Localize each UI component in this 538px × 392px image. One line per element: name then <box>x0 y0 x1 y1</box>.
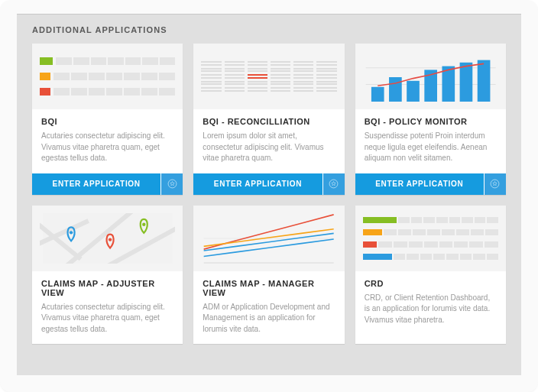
app-card-title: CRD <box>365 279 497 288</box>
app-card-title: CLAIMS MAP - ADJUSTER VIEW <box>41 279 173 297</box>
star-icon <box>490 179 500 189</box>
svg-point-0 <box>168 180 177 188</box>
app-card-thumbnail <box>193 44 344 109</box>
section-title: ADDITIONAL APPLICATIONS <box>32 25 506 34</box>
star-icon <box>167 179 177 189</box>
app-card-description: ADM or Application Development and Manag… <box>203 302 335 335</box>
app-card-claims-adjuster: CLAIMS MAP - ADJUSTER VIEW Acutaries con… <box>32 206 183 345</box>
app-card-description: Acutaries consectetur adipiscing elit. V… <box>41 302 173 335</box>
app-card-action-row: ENTER APPLICATION <box>32 173 183 195</box>
app-card-body: BQI - RECONCILLIATION Lorem ipsum dolor … <box>193 109 344 173</box>
svg-point-13 <box>70 231 73 234</box>
app-card-bqi: BQI Acutaries consectetur adipiscing eli… <box>32 44 183 195</box>
app-card-description: Lorem ipsum dolor sit amet, consectetur … <box>203 131 335 164</box>
svg-point-14 <box>109 238 112 241</box>
enter-application-button[interactable]: ENTER APPLICATION <box>32 173 160 195</box>
enter-application-button[interactable]: ENTER APPLICATION <box>355 173 484 195</box>
favorite-button[interactable] <box>161 173 183 195</box>
enter-application-button[interactable]: ENTER APPLICATION <box>193 173 322 195</box>
star-icon <box>329 179 339 189</box>
app-card-title: BQI - RECONCILLIATION <box>203 117 335 126</box>
divider <box>17 14 521 15</box>
app-card-action-row: ENTER APPLICATION <box>193 173 344 195</box>
favorite-button[interactable] <box>485 173 506 195</box>
app-card-thumbnail <box>32 206 183 271</box>
app-card-body: CRD CRD, or Client Retention Dashboard, … <box>355 271 506 345</box>
app-card-bqi-policy: BQI - POLICY MONITOR Suspendisse potenti… <box>355 44 506 195</box>
app-card-crd: CRD CRD, or Client Retention Dashboard, … <box>355 206 506 345</box>
app-card-description: CRD, or Client Retention Dashboard, is a… <box>365 293 497 326</box>
app-card-grid: BQI Acutaries consectetur adipiscing eli… <box>32 44 506 344</box>
app-card-body: CLAIMS MAP - MANAGER VIEW ADM or Applica… <box>193 271 344 345</box>
app-card-title: CLAIMS MAP - MANAGER VIEW <box>203 279 335 297</box>
svg-rect-10 <box>477 60 490 102</box>
svg-rect-6 <box>407 81 420 102</box>
favorite-button[interactable] <box>323 173 345 195</box>
app-card-title: BQI - POLICY MONITOR <box>365 117 497 126</box>
app-card-body: BQI Acutaries consectetur adipiscing eli… <box>32 109 183 173</box>
panel: ADDITIONAL APPLICATIONS BQI Acutaries co… <box>17 14 521 375</box>
app-card-body: CLAIMS MAP - ADJUSTER VIEW Acutaries con… <box>32 271 183 345</box>
app-card-thumbnail <box>193 206 344 271</box>
app-card-description: Suspendisse potenti Proin interdum neque… <box>365 131 497 164</box>
app-card-description: Acutaries consectetur adipiscing elit. V… <box>41 131 173 164</box>
svg-point-1 <box>329 180 338 188</box>
svg-rect-5 <box>389 77 402 102</box>
viewport-frame: ADDITIONAL APPLICATIONS BQI Acutaries co… <box>0 0 538 392</box>
svg-rect-4 <box>371 87 384 102</box>
svg-point-15 <box>142 222 145 225</box>
app-card-action-row: ENTER APPLICATION <box>355 173 506 195</box>
svg-point-11 <box>491 180 500 188</box>
app-card-title: BQI <box>41 117 173 126</box>
app-card-thumbnail <box>355 206 506 271</box>
app-card-thumbnail <box>32 44 183 109</box>
app-card-thumbnail <box>355 44 506 109</box>
app-card-claims-manager: CLAIMS MAP - MANAGER VIEW ADM or Applica… <box>193 206 344 345</box>
svg-rect-9 <box>459 63 472 102</box>
app-card-bqi-recon: BQI - RECONCILLIATION Lorem ipsum dolor … <box>193 44 344 195</box>
app-card-body: BQI - POLICY MONITOR Suspendisse potenti… <box>355 109 506 173</box>
